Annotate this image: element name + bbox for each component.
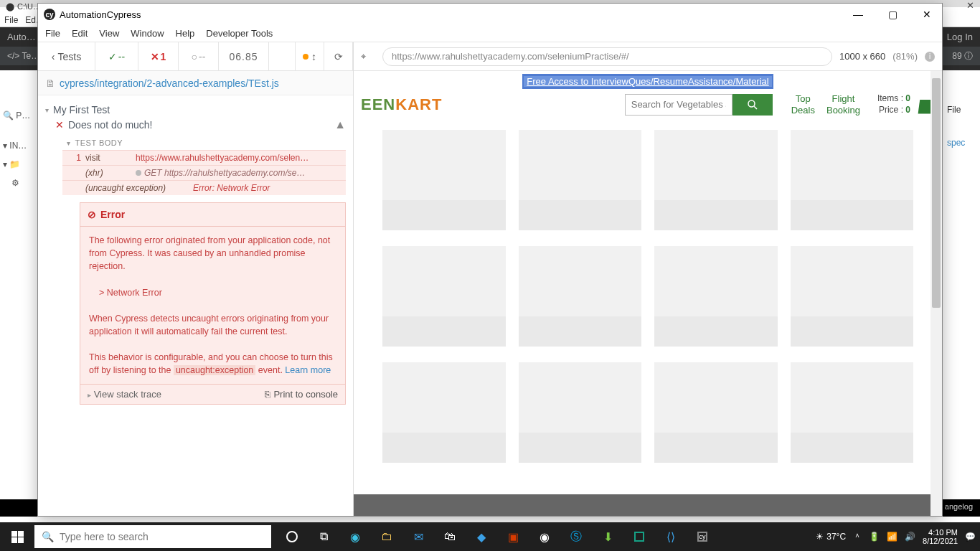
terminal-icon: ⎘: [265, 389, 270, 400]
aut-url-field[interactable]: https://www.rahulshettyacademy.com/selen…: [382, 47, 832, 66]
product-card-skeleton: [654, 362, 778, 463]
promo-banner[interactable]: Free Access to InterviewQues/ResumeAssis…: [522, 74, 773, 89]
app-icon[interactable]: ◆: [468, 522, 495, 551]
svg-point-0: [748, 100, 755, 107]
cypress-titlebar[interactable]: cy AutomationCypress — ▢ ✕: [38, 4, 942, 25]
product-card-skeleton: [382, 130, 506, 230]
aut-panel: ⌖ https://www.rahulshettyacademy.com/sel…: [354, 42, 942, 516]
aut-scrollbar[interactable]: [930, 71, 942, 516]
tray-expand-icon[interactable]: ＾: [853, 531, 862, 543]
site-header: EENKART TopDeals FlightBooking Items : 0: [354, 89, 942, 123]
product-card-skeleton: [382, 246, 506, 347]
file-icon: 🗎: [45, 77, 55, 89]
webstorm-icon[interactable]: [626, 522, 653, 551]
menu-edit[interactable]: Edit: [72, 28, 88, 39]
print-to-console-button[interactable]: ⎘Print to console: [265, 389, 338, 400]
maximize-button[interactable]: ▢: [883, 9, 902, 20]
stat-failed: ✕ 1: [138, 42, 179, 70]
clock[interactable]: 4:10 PM 8/12/2021: [923, 528, 958, 545]
store-icon[interactable]: 🛍: [436, 522, 463, 551]
top-deals-link[interactable]: TopDeals: [791, 93, 815, 116]
product-card-skeleton: [791, 362, 914, 463]
skype-icon[interactable]: Ⓢ: [562, 522, 590, 551]
selector-playground-button[interactable]: ⌖: [361, 51, 375, 62]
weather-widget[interactable]: ☀ 37°C: [816, 532, 846, 542]
product-grid: [354, 123, 942, 470]
error-icon: ⊘: [88, 209, 96, 220]
rerun-button[interactable]: ⟳: [324, 42, 353, 70]
viewport-dimensions: 1000 x 660: [839, 51, 885, 62]
command-xhr[interactable]: (xhr) GET https://rahulshettyacademy.com…: [62, 165, 346, 180]
vscode-icon[interactable]: ⟨⟩: [657, 522, 684, 551]
explorer-icon[interactable]: 🗀: [373, 522, 400, 551]
product-card-skeleton: [519, 362, 642, 463]
chrome-icon[interactable]: ◉: [531, 522, 558, 551]
utorrent-icon[interactable]: ⬇: [594, 522, 621, 551]
viewport-scale: (81%): [892, 51, 918, 62]
command-log: ▾TEST BODY 1 visit https://www.rahulshet…: [62, 136, 346, 405]
cart-summary: Items : 0 Price : 0: [877, 93, 910, 116]
reporter-stats: ‹ Tests ✓ -- ✕ 1 ○ -- 06.85 ↕ ⟳: [38, 42, 353, 71]
view-stack-trace-button[interactable]: ▸ View stack trace: [88, 389, 161, 400]
stat-duration: 06.85: [219, 42, 269, 70]
back-to-tests-button[interactable]: ‹ Tests: [38, 42, 95, 70]
minimize-button[interactable]: —: [849, 9, 867, 20]
notifications-icon[interactable]: 💬: [965, 532, 976, 542]
stat-pending: ○ --: [179, 42, 219, 70]
reporter-panel: ‹ Tests ✓ -- ✕ 1 ○ -- 06.85 ↕ ⟳ 🗎 cypres…: [38, 42, 354, 516]
office-icon[interactable]: ▣: [499, 522, 527, 551]
search-button[interactable]: [732, 94, 773, 116]
product-card-skeleton: [382, 362, 506, 463]
learn-more-link[interactable]: Learn more: [285, 365, 331, 375]
command-uncaught-exception[interactable]: (uncaught exception) Error: Network Erro…: [62, 180, 346, 195]
cypress-menubar: File Edit View Window Help Developer Too…: [38, 25, 942, 42]
product-search-input[interactable]: [625, 94, 732, 116]
product-card-skeleton: [654, 130, 778, 230]
cortana-icon[interactable]: [278, 522, 306, 551]
volume-icon[interactable]: 🔊: [905, 532, 915, 542]
aut-iframe[interactable]: Free Access to InterviewQues/ResumeAssis…: [354, 71, 942, 494]
test-row[interactable]: ✕Does not do much! ▲: [55, 118, 346, 131]
aut-header: ⌖ https://www.rahulshettyacademy.com/sel…: [354, 42, 942, 71]
bg-right-panel: File spec: [944, 86, 980, 152]
close-button[interactable]: ✕: [918, 9, 936, 20]
cypress-logo-icon: cy: [44, 9, 55, 20]
windows-taskbar: 🔍 Type here to search ⧉ ◉ 🗀 ✉ 🛍 ◆ ▣ ◉ Ⓢ …: [0, 522, 980, 551]
command-visit[interactable]: 1 visit https://www.rahulshettyacademy.c…: [62, 150, 346, 165]
spec-file-link[interactable]: 🗎 cypress/integration/2-advanced-example…: [38, 71, 353, 95]
start-button[interactable]: [0, 531, 34, 543]
taskbar-search[interactable]: 🔍 Type here to search: [34, 525, 271, 548]
cypress-taskbar-icon[interactable]: cy: [689, 522, 716, 551]
wifi-icon[interactable]: 📶: [887, 532, 897, 542]
mail-icon[interactable]: ✉: [405, 522, 432, 551]
cypress-window: cy AutomationCypress — ▢ ✕ File Edit Vie…: [37, 3, 943, 517]
product-card-skeleton: [791, 246, 914, 347]
product-card-skeleton: [654, 246, 778, 347]
window-title: AutomationCypress: [60, 9, 141, 20]
error-panel: ⊘Error The following error originated fr…: [80, 202, 346, 405]
product-card-skeleton: [519, 246, 642, 347]
menu-file[interactable]: File: [45, 28, 60, 39]
suite-row[interactable]: ▾My First Test: [45, 101, 346, 118]
bg-sidebar: 🔍 P… ▾ IN… ▾ 📁 ⚙: [0, 70, 36, 501]
menu-window[interactable]: Window: [131, 28, 164, 39]
product-card-skeleton: [519, 130, 642, 230]
greenkart-logo[interactable]: EENKART: [361, 95, 442, 114]
battery-icon[interactable]: 🔋: [869, 532, 880, 542]
warning-icon: ▲: [334, 118, 346, 131]
edge-icon[interactable]: ◉: [341, 522, 369, 551]
auto-scroll-toggle[interactable]: ↕: [296, 42, 324, 70]
task-view-icon[interactable]: ⧉: [310, 522, 337, 551]
svg-line-1: [754, 106, 757, 109]
product-card-skeleton: [791, 130, 914, 230]
menu-help[interactable]: Help: [176, 28, 195, 39]
viewport-info-icon[interactable]: i: [925, 52, 935, 62]
menu-view[interactable]: View: [99, 28, 119, 39]
stat-passed: ✓ --: [95, 42, 138, 70]
flight-booking-link[interactable]: FlightBooking: [826, 93, 860, 116]
menu-devtools[interactable]: Developer Tools: [206, 28, 273, 39]
